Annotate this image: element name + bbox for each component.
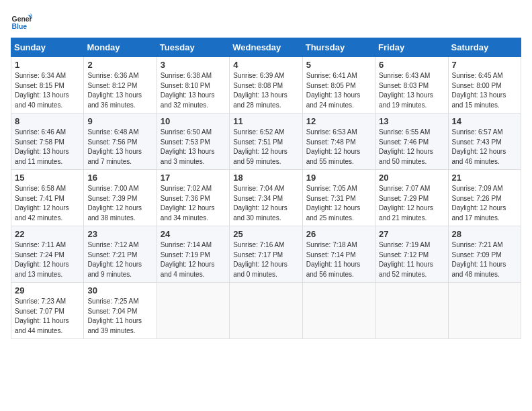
weekday-header-monday: Monday	[84, 38, 157, 57]
weekday-header-tuesday: Tuesday	[157, 38, 229, 57]
calendar-cell: 16Sunrise: 7:00 AM Sunset: 7:39 PM Dayli…	[84, 170, 157, 226]
day-number: 1	[15, 60, 80, 70]
day-info: Sunrise: 6:48 AM Sunset: 7:56 PM Dayligh…	[87, 128, 152, 167]
day-number: 23	[87, 229, 152, 239]
day-info: Sunrise: 6:41 AM Sunset: 8:05 PM Dayligh…	[306, 71, 371, 110]
calendar-cell: 20Sunrise: 7:07 AM Sunset: 7:29 PM Dayli…	[375, 170, 448, 226]
calendar-cell: 25Sunrise: 7:16 AM Sunset: 7:17 PM Dayli…	[230, 226, 302, 283]
day-number: 26	[306, 229, 371, 239]
day-number: 20	[379, 173, 444, 183]
calendar-cell: 27Sunrise: 7:19 AM Sunset: 7:12 PM Dayli…	[375, 226, 448, 283]
calendar-cell: 23Sunrise: 7:12 AM Sunset: 7:21 PM Dayli…	[84, 226, 157, 283]
day-info: Sunrise: 6:55 AM Sunset: 7:46 PM Dayligh…	[379, 128, 444, 167]
day-info: Sunrise: 7:04 AM Sunset: 7:34 PM Dayligh…	[233, 184, 298, 223]
day-info: Sunrise: 6:36 AM Sunset: 8:12 PM Dayligh…	[87, 71, 152, 110]
calendar-cell: 10Sunrise: 6:50 AM Sunset: 7:53 PM Dayli…	[157, 113, 229, 170]
calendar-cell: 22Sunrise: 7:11 AM Sunset: 7:24 PM Dayli…	[11, 226, 84, 283]
day-number: 18	[233, 173, 298, 183]
day-info: Sunrise: 7:16 AM Sunset: 7:17 PM Dayligh…	[233, 240, 298, 279]
day-number: 19	[306, 173, 371, 183]
day-number: 25	[233, 229, 298, 239]
day-number: 13	[379, 116, 444, 126]
day-number: 14	[452, 116, 517, 126]
day-info: Sunrise: 6:45 AM Sunset: 8:00 PM Dayligh…	[452, 71, 517, 110]
calendar-cell	[448, 283, 521, 339]
day-info: Sunrise: 7:02 AM Sunset: 7:36 PM Dayligh…	[161, 184, 226, 223]
day-info: Sunrise: 6:43 AM Sunset: 8:03 PM Dayligh…	[379, 71, 444, 110]
calendar-cell: 7Sunrise: 6:45 AM Sunset: 8:00 PM Daylig…	[448, 57, 521, 113]
day-number: 6	[379, 60, 444, 70]
day-number: 15	[15, 173, 80, 183]
weekday-header-saturday: Saturday	[448, 38, 521, 57]
day-info: Sunrise: 6:39 AM Sunset: 8:08 PM Dayligh…	[233, 71, 298, 110]
day-number: 21	[452, 173, 517, 183]
calendar-cell: 8Sunrise: 6:46 AM Sunset: 7:58 PM Daylig…	[11, 113, 84, 170]
day-info: Sunrise: 6:53 AM Sunset: 7:48 PM Dayligh…	[306, 128, 371, 167]
day-number: 30	[87, 285, 152, 295]
svg-text:General: General	[12, 15, 32, 23]
calendar-cell: 13Sunrise: 6:55 AM Sunset: 7:46 PM Dayli…	[375, 113, 448, 170]
day-number: 22	[15, 229, 80, 239]
calendar-cell: 6Sunrise: 6:43 AM Sunset: 8:03 PM Daylig…	[375, 57, 448, 113]
calendar-cell: 17Sunrise: 7:02 AM Sunset: 7:36 PM Dayli…	[157, 170, 229, 226]
calendar-cell: 12Sunrise: 6:53 AM Sunset: 7:48 PM Dayli…	[302, 113, 375, 170]
weekday-header-row: SundayMondayTuesdayWednesdayThursdayFrid…	[11, 38, 521, 57]
logo: General Blue	[11, 11, 35, 32]
calendar-table: SundayMondayTuesdayWednesdayThursdayFrid…	[11, 38, 521, 339]
day-number: 28	[452, 229, 517, 239]
day-number: 16	[87, 173, 152, 183]
day-number: 10	[161, 116, 226, 126]
day-info: Sunrise: 6:50 AM Sunset: 7:53 PM Dayligh…	[161, 128, 226, 167]
day-info: Sunrise: 6:58 AM Sunset: 7:41 PM Dayligh…	[15, 184, 80, 223]
calendar-cell: 2Sunrise: 6:36 AM Sunset: 8:12 PM Daylig…	[84, 57, 157, 113]
calendar-cell: 14Sunrise: 6:57 AM Sunset: 7:43 PM Dayli…	[448, 113, 521, 170]
day-number: 27	[379, 229, 444, 239]
day-info: Sunrise: 7:07 AM Sunset: 7:29 PM Dayligh…	[379, 184, 444, 223]
calendar-cell: 24Sunrise: 7:14 AM Sunset: 7:19 PM Dayli…	[157, 226, 229, 283]
weekday-header-friday: Friday	[375, 38, 448, 57]
day-number: 29	[15, 285, 80, 295]
day-info: Sunrise: 6:38 AM Sunset: 8:10 PM Dayligh…	[161, 71, 226, 110]
day-number: 11	[233, 116, 298, 126]
calendar-cell	[302, 283, 375, 339]
calendar-cell	[157, 283, 229, 339]
day-info: Sunrise: 7:19 AM Sunset: 7:12 PM Dayligh…	[379, 240, 444, 279]
day-info: Sunrise: 6:52 AM Sunset: 7:51 PM Dayligh…	[233, 128, 298, 167]
calendar-cell: 4Sunrise: 6:39 AM Sunset: 8:08 PM Daylig…	[230, 57, 302, 113]
calendar-cell: 3Sunrise: 6:38 AM Sunset: 8:10 PM Daylig…	[157, 57, 229, 113]
calendar-cell: 15Sunrise: 6:58 AM Sunset: 7:41 PM Dayli…	[11, 170, 84, 226]
calendar-cell: 19Sunrise: 7:05 AM Sunset: 7:31 PM Dayli…	[302, 170, 375, 226]
calendar-week-row: 15Sunrise: 6:58 AM Sunset: 7:41 PM Dayli…	[11, 170, 521, 226]
day-info: Sunrise: 6:46 AM Sunset: 7:58 PM Dayligh…	[15, 128, 80, 167]
calendar-week-row: 22Sunrise: 7:11 AM Sunset: 7:24 PM Dayli…	[11, 226, 521, 283]
day-info: Sunrise: 7:21 AM Sunset: 7:09 PM Dayligh…	[452, 240, 517, 279]
weekday-header-sunday: Sunday	[11, 38, 84, 57]
day-number: 24	[161, 229, 226, 239]
day-number: 9	[87, 116, 152, 126]
calendar-cell: 21Sunrise: 7:09 AM Sunset: 7:26 PM Dayli…	[448, 170, 521, 226]
day-info: Sunrise: 6:34 AM Sunset: 8:15 PM Dayligh…	[15, 71, 80, 110]
calendar-cell: 1Sunrise: 6:34 AM Sunset: 8:15 PM Daylig…	[11, 57, 84, 113]
calendar-cell: 11Sunrise: 6:52 AM Sunset: 7:51 PM Dayli…	[230, 113, 302, 170]
calendar-cell: 5Sunrise: 6:41 AM Sunset: 8:05 PM Daylig…	[302, 57, 375, 113]
calendar-cell: 9Sunrise: 6:48 AM Sunset: 7:56 PM Daylig…	[84, 113, 157, 170]
weekday-header-wednesday: Wednesday	[230, 38, 302, 57]
calendar-cell	[375, 283, 448, 339]
day-number: 7	[452, 60, 517, 70]
calendar-cell: 18Sunrise: 7:04 AM Sunset: 7:34 PM Dayli…	[230, 170, 302, 226]
day-number: 12	[306, 116, 371, 126]
day-info: Sunrise: 7:14 AM Sunset: 7:19 PM Dayligh…	[161, 240, 226, 279]
calendar-week-row: 1Sunrise: 6:34 AM Sunset: 8:15 PM Daylig…	[11, 57, 521, 113]
calendar-cell: 28Sunrise: 7:21 AM Sunset: 7:09 PM Dayli…	[448, 226, 521, 283]
calendar-week-row: 29Sunrise: 7:23 AM Sunset: 7:07 PM Dayli…	[11, 283, 521, 339]
calendar-cell: 26Sunrise: 7:18 AM Sunset: 7:14 PM Dayli…	[302, 226, 375, 283]
calendar-week-row: 8Sunrise: 6:46 AM Sunset: 7:58 PM Daylig…	[11, 113, 521, 170]
day-number: 3	[161, 60, 226, 70]
logo-icon: General Blue	[11, 11, 32, 32]
day-info: Sunrise: 6:57 AM Sunset: 7:43 PM Dayligh…	[452, 128, 517, 167]
day-info: Sunrise: 7:09 AM Sunset: 7:26 PM Dayligh…	[452, 184, 517, 223]
day-number: 17	[161, 173, 226, 183]
day-info: Sunrise: 7:05 AM Sunset: 7:31 PM Dayligh…	[306, 184, 371, 223]
day-info: Sunrise: 7:23 AM Sunset: 7:07 PM Dayligh…	[15, 297, 80, 336]
page-header: General Blue	[11, 11, 521, 32]
